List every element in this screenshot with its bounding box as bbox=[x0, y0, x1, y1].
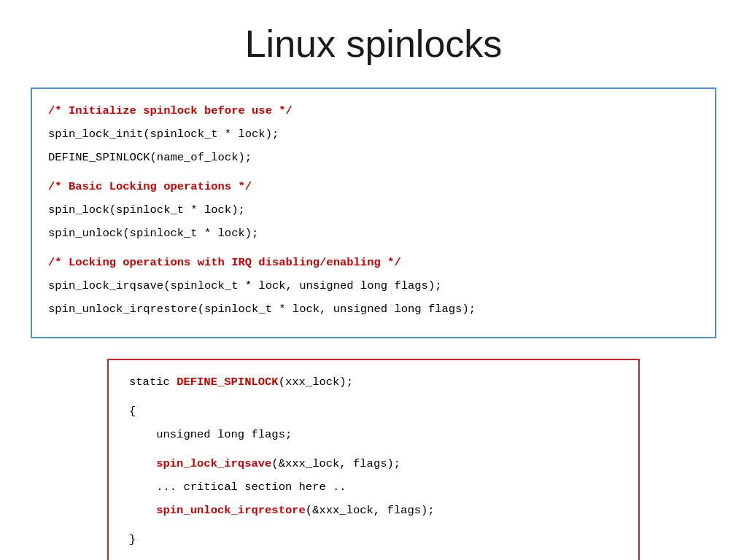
blue-line-6: spin_unlock(spinlock_t * lock); bbox=[48, 225, 699, 242]
blue-line-8: spin_lock_irqsave(spinlock_t * lock, uns… bbox=[48, 277, 699, 295]
red-line-brace-close: } bbox=[129, 531, 618, 548]
blue-line-1: /* Initialize spinlock before use */ bbox=[48, 102, 699, 120]
blue-code-box: /* Initialize spinlock before use */ spi… bbox=[31, 88, 716, 338]
comment-initialize: /* Initialize spinlock before use */ bbox=[48, 104, 293, 117]
blue-line-5: spin_lock(spinlock_t * lock); bbox=[48, 201, 699, 219]
blue-line-9: spin_unlock_irqrestore(spinlock_t * lock… bbox=[48, 300, 699, 318]
red-line-critical: ... critical section here .. bbox=[129, 478, 618, 496]
page-title: Linux spinlocks bbox=[245, 22, 503, 66]
comment-basic: /* Basic Locking operations */ bbox=[48, 180, 252, 193]
comment-irq: /* Locking operations with IRQ disabling… bbox=[48, 256, 401, 269]
red-line-irqsave: spin_lock_irqsave(&xxx_lock, flags); bbox=[129, 455, 618, 472]
red-line-brace-open: { bbox=[129, 402, 618, 420]
red-code-box: static DEFINE_SPINLOCK(xxx_lock); { unsi… bbox=[107, 359, 640, 560]
red-line-unsigned: unsigned long flags; bbox=[129, 426, 618, 443]
blue-line-2: spin_lock_init(spinlock_t * lock); bbox=[48, 125, 699, 143]
blue-line-4: /* Basic Locking operations */ bbox=[48, 178, 699, 195]
red-line-1: static DEFINE_SPINLOCK(xxx_lock); bbox=[129, 373, 618, 391]
blue-line-3: DEFINE_SPINLOCK(name_of_lock); bbox=[48, 149, 699, 166]
red-line-irqrestore: spin_unlock_irqrestore(&xxx_lock, flags)… bbox=[129, 502, 618, 519]
blue-line-7: /* Locking operations with IRQ disabling… bbox=[48, 254, 699, 271]
